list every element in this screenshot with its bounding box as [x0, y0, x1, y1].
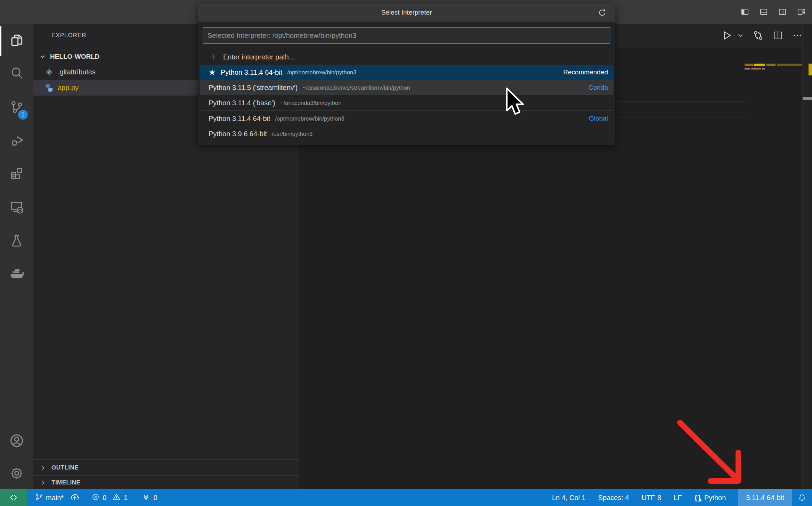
docker-whale-icon — [8, 265, 25, 283]
minimap-code-chip — [766, 64, 776, 66]
item-label: Python 3.11.4 64-bit — [209, 115, 270, 123]
open-changes-icon[interactable] — [752, 30, 764, 43]
settings-gear-icon[interactable] — [0, 457, 33, 490]
run-python-file-button[interactable] — [721, 30, 733, 43]
git-branch-icon — [35, 493, 43, 503]
git-file-icon — [45, 68, 53, 76]
more-actions-icon[interactable] — [792, 30, 803, 42]
item-path: /usr/bin/python3 — [272, 131, 312, 137]
toggle-primary-sidebar-icon[interactable] — [740, 7, 749, 16]
sidebar-item-docker[interactable] — [0, 257, 33, 291]
run-dropdown-chevron-icon[interactable] — [737, 32, 744, 40]
encoding-label: UTF-8 — [642, 494, 661, 502]
item-label: Enter interpreter path... — [223, 53, 295, 61]
minimap-code-chip — [762, 68, 765, 70]
item-path: ~/anaconda3/envs/streamlitenv/bin/python — [302, 84, 410, 91]
dialog-input-area: Selected Interpreter: /opt/homebrew/bin/… — [198, 22, 615, 47]
chevron-right-icon — [40, 479, 47, 486]
interpreter-version-label: 3.11.4 64-bit — [746, 494, 784, 502]
editor-toolbar — [721, 24, 803, 48]
git-branch-status[interactable]: main* — [35, 492, 80, 504]
minimap-scrollbar-column[interactable] — [802, 24, 812, 489]
radio-tower-icon — [141, 492, 151, 503]
plus-icon — [209, 52, 218, 62]
timeline-section-header[interactable]: TIMELINE — [33, 475, 299, 489]
outline-label: OUTLINE — [51, 464, 79, 471]
minimap[interactable] — [745, 62, 802, 97]
python-file-icon — [45, 84, 53, 92]
item-tag: Global — [589, 115, 608, 122]
chevron-right-icon — [40, 464, 47, 471]
interpreter-input-value: Selected Interpreter: /opt/homebrew/bin/… — [208, 32, 356, 40]
eol-label: LF — [674, 494, 682, 502]
search-icon — [9, 65, 24, 82]
item-path: /opt/homebrew/bin/python3 — [287, 69, 356, 76]
interpreter-item-recommended[interactable]: ★ Python 3.11.4 64-bit /opt/homebrew/bin… — [200, 65, 614, 80]
active-indicator — [0, 26, 1, 56]
sidebar-item-extensions[interactable] — [0, 157, 33, 191]
item-label: Python 3.11.5 ('streamlitenv') — [209, 84, 298, 92]
outline-section-header[interactable]: OUTLINE — [33, 459, 299, 475]
file-name: app.py — [58, 84, 79, 92]
scrollbar-decoration — [803, 97, 812, 100]
encoding-status[interactable]: UTF-8 — [642, 494, 661, 502]
cursor-position-status[interactable]: Ln 4, Col 1 — [552, 494, 586, 502]
interpreter-item-global[interactable]: Python 3.11.4 64-bit /opt/homebrew/bin/p… — [200, 111, 614, 126]
minimap-code-chip — [745, 64, 753, 66]
interpreter-item-base[interactable]: Python 3.11.4 ('base') ~/anaconda3/bin/p… — [200, 95, 614, 111]
accounts-icon[interactable] — [0, 424, 33, 457]
star-icon: ★ — [209, 68, 216, 77]
interpreter-item-streamlitenv[interactable]: Python 3.11.5 ('streamlitenv') ~/anacond… — [200, 80, 614, 95]
language-label: Python — [704, 494, 726, 502]
toggle-panel-icon[interactable] — [759, 7, 768, 16]
minimap-code-chip — [751, 68, 761, 70]
notifications-bell-icon[interactable] — [792, 489, 812, 506]
dialog-header: Select Interpreter — [198, 3, 615, 22]
indentation-label: Spaces: 4 — [598, 494, 629, 502]
errors-count: 0 — [103, 494, 106, 502]
warnings-count: 1 — [124, 494, 128, 502]
sidebar-item-search[interactable] — [0, 57, 33, 90]
python-interpreter-status[interactable]: 3.11.4 64-bit — [738, 489, 792, 506]
status-bar: main* 0 1 0 Ln 4, Col 1 Spaces: — [0, 489, 812, 506]
chevron-down-icon — [39, 53, 47, 60]
sidebar-item-run-debug[interactable] — [0, 124, 33, 158]
errors-icon — [91, 493, 100, 503]
sync-cloud-upload-icon[interactable] — [70, 492, 80, 504]
enter-interpreter-path-item[interactable]: Enter interpreter path... — [200, 49, 614, 65]
minimap-find-highlight — [754, 64, 765, 66]
problems-status[interactable]: 0 1 — [91, 492, 128, 503]
sidebar-item-remote-explorer[interactable] — [0, 191, 33, 225]
sidebar-item-source-control[interactable]: 1 — [0, 91, 33, 124]
remote-indicator[interactable] — [0, 489, 27, 506]
customize-layout-icon[interactable] — [797, 7, 806, 16]
ports-status[interactable]: 0 — [141, 492, 157, 503]
file-name: .gitattributes — [58, 68, 96, 76]
minimap-code-chip — [745, 68, 750, 70]
extensions-icon — [9, 166, 24, 182]
folder-name: HELLO-WORLD — [50, 53, 99, 60]
remote-explorer-icon — [9, 199, 25, 217]
item-label: Python 3.9.6 64-bit — [209, 130, 267, 138]
interpreter-item-python396[interactable]: Python 3.9.6 64-bit /usr/bin/python3 — [200, 126, 614, 141]
eol-status[interactable]: LF — [674, 494, 682, 502]
branch-name: main* — [46, 494, 64, 502]
indentation-status[interactable]: Spaces: 4 — [598, 494, 629, 502]
refresh-icon[interactable] — [598, 8, 607, 19]
sidebar-item-explorer[interactable] — [0, 24, 33, 58]
item-path: ~/anaconda3/bin/python — [280, 100, 342, 106]
sidebar-item-testing[interactable] — [0, 225, 33, 258]
run-debug-icon — [9, 133, 24, 149]
language-mode-status[interactable]: {} Python — [695, 493, 726, 502]
cursor-position-label: Ln 4, Col 1 — [552, 494, 586, 502]
split-editor-icon[interactable] — [772, 30, 783, 42]
item-label: Python 3.11.4 ('base') — [209, 99, 275, 107]
scm-badge: 1 — [18, 110, 28, 120]
toggle-secondary-sidebar-icon[interactable] — [778, 7, 787, 16]
item-tag: Conda — [588, 84, 608, 91]
timeline-label: TIMELINE — [51, 479, 80, 486]
minimap-code-chip — [777, 64, 802, 66]
interpreter-input[interactable]: Selected Interpreter: /opt/homebrew/bin/… — [203, 27, 610, 44]
item-label: Python 3.11.4 64-bit — [221, 68, 283, 76]
dialog-title: Select Interpreter — [381, 9, 432, 16]
